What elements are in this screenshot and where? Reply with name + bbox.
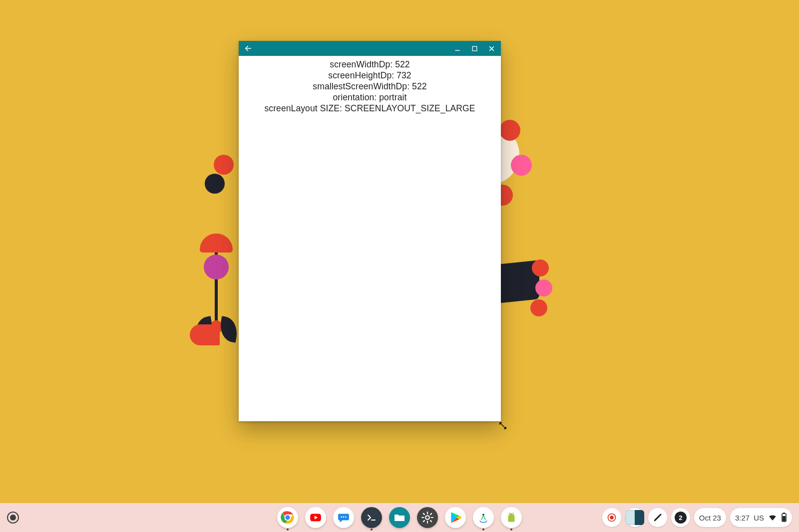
shelf-app-youtube[interactable] [305,507,326,528]
stylus-tools-button[interactable] [648,508,667,527]
chrome-icon [280,510,295,525]
back-button[interactable] [244,44,253,53]
shelf-app-files[interactable] [389,507,410,528]
maximize-button[interactable] [470,44,479,53]
svg-point-22 [610,516,614,520]
android-robot-icon [505,511,518,524]
svg-point-14 [477,512,489,523]
config-screen-width: screenWidthDp: 522 [239,59,501,70]
window-titlebar[interactable] [239,41,501,56]
svg-point-17 [509,515,510,516]
play-store-icon [449,511,462,524]
config-screen-layout: screenLayout SIZE: SCREENLAYOUT_SIZE_LAR… [239,103,501,114]
status-tray: 2 Oct 23 3:27 US [602,508,792,527]
record-icon [607,513,617,523]
maximize-icon [471,45,478,52]
screen-record-button[interactable] [602,508,621,527]
svg-point-13 [425,516,429,520]
svg-line-4 [500,423,506,429]
shelf-app-settings[interactable] [417,507,438,528]
shelf-app-terminal[interactable] [361,507,382,528]
overview-thumb-icon [625,510,644,525]
shelf-app-android-studio[interactable] [473,507,494,528]
terminal-icon [366,512,378,524]
svg-rect-16 [508,517,515,522]
launcher-button[interactable] [7,512,19,524]
shelf: 2 Oct 23 3:27 US [0,503,799,532]
wifi-icon [768,513,777,522]
svg-line-19 [509,513,510,514]
close-icon [488,45,495,52]
overview-thumb-button[interactable] [625,508,644,527]
gear-icon [421,511,434,524]
minimize-icon [454,45,461,52]
svg-point-9 [341,517,342,518]
svg-rect-24 [783,513,785,514]
resize-cursor-icon [498,421,507,430]
android-studio-icon [476,511,490,525]
arrow-left-icon [244,44,253,53]
svg-rect-25 [783,516,786,521]
notification-count: 2 [675,512,687,524]
close-button[interactable] [487,44,496,53]
shelf-apps [277,507,522,528]
date-text: Oct 23 [699,514,721,522]
minimize-button[interactable] [453,44,462,53]
config-smallest-width: smallestScreenWidthDp: 522 [239,81,501,92]
svg-point-10 [343,517,345,518]
svg-point-15 [482,514,484,516]
shelf-app-messages[interactable] [333,507,354,528]
folder-icon [394,512,405,524]
youtube-icon [309,511,322,524]
chat-bubble-icon [337,511,350,524]
config-screen-height: screenHeightDp: 732 [239,70,501,81]
pen-icon [653,513,663,523]
notifications-button[interactable]: 2 [671,508,690,527]
shelf-app-android[interactable] [501,507,522,528]
app-content: screenWidthDp: 522 screenHeightDp: 732 s… [239,56,501,421]
svg-point-18 [512,515,513,516]
date-pill[interactable]: Oct 23 [694,508,726,527]
time-text: 3:27 [735,514,750,522]
battery-icon [781,513,787,523]
svg-rect-1 [472,46,477,51]
shelf-app-play-store[interactable] [445,507,466,528]
locale-text: US [754,514,764,522]
shelf-app-chrome[interactable] [277,507,298,528]
quick-settings-pill[interactable]: 3:27 US [730,508,792,527]
svg-line-20 [513,513,514,514]
config-orientation: orientation: portrait [239,92,501,103]
app-window: screenWidthDp: 522 screenHeightDp: 732 s… [239,41,501,421]
svg-point-11 [345,517,347,518]
